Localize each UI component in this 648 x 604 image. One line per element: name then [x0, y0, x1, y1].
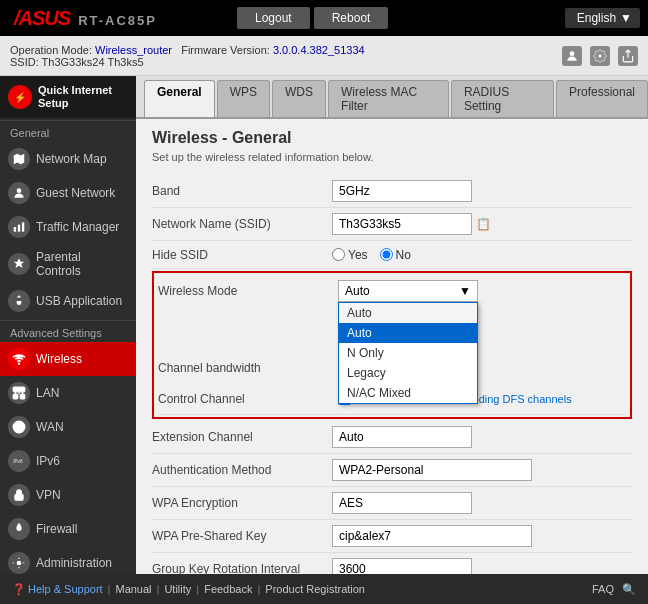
form-row-band: Band — [152, 175, 632, 208]
sidebar-item-wan[interactable]: WAN — [0, 410, 136, 444]
sidebar-item-network-map[interactable]: Network Map — [0, 142, 136, 176]
lan-icon — [8, 382, 30, 404]
wireless-mode-dropdown-btn[interactable]: Auto ▼ — [338, 280, 478, 302]
usb-icon — [8, 290, 30, 312]
dd-option-auto[interactable]: Auto — [339, 303, 477, 323]
map-icon — [8, 148, 30, 170]
guest-icon — [8, 182, 30, 204]
sidebar-item-vpn[interactable]: VPN — [0, 478, 136, 512]
hide-ssid-yes[interactable]: Yes — [332, 248, 368, 262]
svg-point-3 — [17, 189, 22, 194]
sidebar-item-administration[interactable]: Administration — [0, 546, 136, 574]
sidebar-item-lan[interactable]: LAN — [0, 376, 136, 410]
sidebar-item-firewall[interactable]: Firewall — [0, 512, 136, 546]
reboot-button[interactable]: Reboot — [314, 7, 389, 29]
wpa-encryption-control — [332, 492, 632, 514]
svg-point-14 — [17, 562, 21, 566]
footer-sep-2: | — [157, 583, 160, 595]
group-key-label: Group Key Rotation Interval — [152, 562, 332, 574]
auth-method-input[interactable] — [332, 459, 532, 481]
general-section-label: General — [0, 120, 136, 142]
dropdown-arrow-icon: ▼ — [459, 284, 471, 298]
page-subtitle: Set up the wireless related information … — [152, 151, 632, 163]
settings-icon[interactable] — [590, 46, 610, 66]
svg-point-0 — [570, 51, 575, 56]
sidebar-item-traffic-manager[interactable]: Traffic Manager — [0, 210, 136, 244]
wireless-label: Wireless — [36, 352, 82, 366]
manual-link[interactable]: Manual — [115, 583, 151, 595]
tab-wps[interactable]: WPS — [217, 80, 270, 117]
page-title: Wireless - General — [152, 129, 632, 147]
guest-network-label: Guest Network — [36, 186, 115, 200]
firewall-icon — [8, 518, 30, 540]
hide-ssid-no[interactable]: No — [380, 248, 411, 262]
sidebar-item-usb-application[interactable]: USB Application — [0, 284, 136, 318]
band-input[interactable] — [332, 180, 472, 202]
faq-label[interactable]: FAQ — [592, 583, 614, 595]
dd-option-auto-selected[interactable]: Auto — [339, 323, 477, 343]
control-channel-label: Control Channel — [158, 392, 338, 406]
help-support-link[interactable]: Help & Support — [28, 583, 103, 595]
wpa-key-label: WPA Pre-Shared Key — [152, 529, 332, 543]
wan-icon — [8, 416, 30, 438]
share-icon[interactable] — [618, 46, 638, 66]
tab-wireless-mac-filter[interactable]: Wireless MAC Filter — [328, 80, 449, 117]
tab-wds[interactable]: WDS — [272, 80, 326, 117]
dd-option-legacy[interactable]: Legacy — [339, 363, 477, 383]
wpa-encryption-input[interactable] — [332, 492, 472, 514]
op-info: Operation Mode: Wireless_router Firmware… — [10, 44, 365, 68]
hide-ssid-yes-radio[interactable] — [332, 248, 345, 261]
extension-channel-label: Extension Channel — [152, 430, 332, 444]
logo: /ASUSRT-AC85P — [8, 7, 157, 30]
hide-ssid-control: Yes No — [332, 248, 632, 262]
administration-label: Administration — [36, 556, 112, 570]
hide-ssid-no-radio[interactable] — [380, 248, 393, 261]
search-icon[interactable]: 🔍 — [622, 583, 636, 596]
svg-rect-4 — [14, 227, 16, 232]
op-icons — [562, 46, 638, 66]
lan-label: LAN — [36, 386, 59, 400]
language-selector[interactable]: English ▼ — [565, 8, 640, 28]
group-key-input[interactable] — [332, 558, 472, 574]
firmware-link[interactable]: 3.0.0.4.382_51334 — [273, 44, 365, 56]
tab-radius-setting[interactable]: RADIUS Setting — [451, 80, 554, 117]
dd-option-n-only[interactable]: N Only — [339, 343, 477, 363]
ipv6-icon: IPv6 — [8, 450, 30, 472]
utility-link[interactable]: Utility — [164, 583, 191, 595]
svg-rect-10 — [20, 395, 25, 400]
wireless-mode-label: Wireless Mode — [158, 284, 338, 298]
extension-channel-input[interactable] — [332, 426, 472, 448]
svg-rect-8 — [13, 388, 25, 393]
tab-professional[interactable]: Professional — [556, 80, 648, 117]
wpa-key-input[interactable] — [332, 525, 532, 547]
product-registration-link[interactable]: Product Registration — [265, 583, 365, 595]
wireless-mode-control: Auto ▼ Auto Auto N Only Legacy N/AC Mixe… — [338, 280, 626, 302]
account-icon[interactable] — [562, 46, 582, 66]
wireless-mode-highlight: Wireless Mode Auto ▼ Auto Auto N Only — [152, 271, 632, 419]
parental-icon — [8, 253, 30, 275]
sidebar-item-guest-network[interactable]: Guest Network — [0, 176, 136, 210]
sidebar-item-parental-controls[interactable]: Parental Controls — [0, 244, 136, 284]
logout-button[interactable]: Logout — [237, 7, 310, 29]
network-map-label: Network Map — [36, 152, 107, 166]
ssid-field-label: Network Name (SSID) — [152, 217, 332, 231]
feedback-link[interactable]: Feedback — [204, 583, 252, 595]
wireless-mode-dropdown-wrapper: Auto ▼ Auto Auto N Only Legacy N/AC Mixe… — [338, 280, 478, 302]
help-icon: ❓ — [12, 583, 26, 596]
ssid-input[interactable] — [332, 213, 472, 235]
form-row-wireless-mode: Wireless Mode Auto ▼ Auto Auto N Only — [158, 275, 626, 307]
mode-link[interactable]: Wireless_router — [95, 44, 172, 56]
ssid-edit-icon[interactable]: 📋 — [476, 217, 491, 231]
group-key-control — [332, 558, 632, 574]
language-label: English — [577, 11, 616, 25]
footer-right: FAQ 🔍 — [592, 583, 636, 596]
admin-icon — [8, 552, 30, 574]
sidebar-item-ipv6[interactable]: IPv6 IPv6 — [0, 444, 136, 478]
dd-option-nac-mixed[interactable]: N/AC Mixed — [339, 383, 477, 403]
sidebar-item-wireless[interactable]: Wireless — [0, 342, 136, 376]
svg-rect-6 — [22, 223, 24, 232]
tab-general[interactable]: General — [144, 80, 215, 117]
form-row-extension-channel: Extension Channel — [152, 421, 632, 454]
quick-setup-item[interactable]: ⚡ Quick Internet Setup — [0, 76, 136, 118]
wan-label: WAN — [36, 420, 64, 434]
